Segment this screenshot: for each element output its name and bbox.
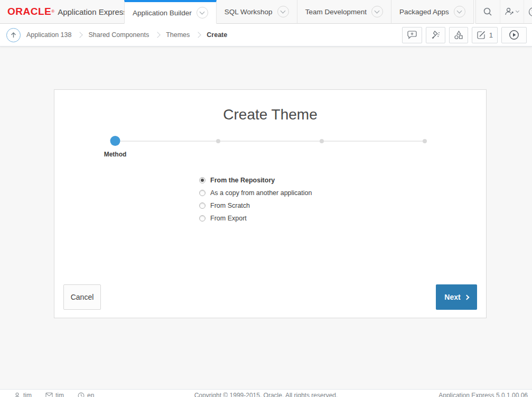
- chevron-down-icon[interactable]: [197, 7, 208, 19]
- page-footer: tim tim en Copyright © 1999-2015, Oracle…: [0, 389, 532, 397]
- help-icon: [528, 7, 532, 17]
- radio-button-icon[interactable]: [199, 190, 206, 196]
- apex-create-theme-page: { "brand": {"logo_text": "ORACLE", "regi…: [0, 0, 532, 397]
- breadcrumb-bar: Application 138 Shared Components Themes…: [0, 24, 532, 47]
- option-from-repository[interactable]: From the Repository: [199, 174, 312, 187]
- footer-user[interactable]: tim: [14, 392, 32, 397]
- breadcrumb-themes[interactable]: Themes: [166, 31, 190, 39]
- run-page-button[interactable]: [501, 27, 527, 43]
- footer-language[interactable]: en: [78, 392, 94, 397]
- next-button[interactable]: Next: [436, 284, 477, 310]
- breadcrumb-application[interactable]: Application 138: [26, 31, 71, 39]
- radio-button-icon[interactable]: [199, 202, 206, 209]
- admin-wrench-user-icon: [505, 7, 514, 16]
- breadcrumb-shared-components[interactable]: Shared Components: [88, 31, 149, 39]
- breadcrumb: Application 138 Shared Components Themes…: [26, 31, 227, 39]
- page-title: Create Theme: [54, 106, 486, 123]
- breadcrumb-separator-icon: [195, 32, 201, 38]
- footer-user-name: tim: [23, 392, 32, 397]
- edit-page-button[interactable]: 1: [472, 27, 498, 43]
- edit-pencil-icon: [477, 30, 486, 40]
- breadcrumb-create: Create: [207, 31, 227, 39]
- chevron-down-icon[interactable]: [371, 6, 383, 17]
- utilities-flashlight-button[interactable]: [426, 27, 445, 43]
- option-copy-from-application[interactable]: As a copy from another application: [199, 187, 312, 199]
- search-button[interactable]: [476, 0, 500, 23]
- help-menu-button[interactable]: [524, 0, 532, 23]
- tab-label: Team Development: [305, 8, 367, 16]
- footer-version: Application Express 5.0.1.00.06: [438, 392, 528, 397]
- create-theme-wizard-card: Create Theme Method From the Repository …: [54, 89, 487, 318]
- option-from-export[interactable]: From Export: [199, 212, 312, 225]
- registered-mark: ®: [51, 9, 54, 14]
- breadcrumb-separator-icon: [154, 32, 160, 38]
- person-icon: [14, 392, 21, 397]
- step-dot-4: [423, 139, 427, 143]
- search-icon: [483, 7, 492, 16]
- radio-button-icon[interactable]: [199, 177, 206, 183]
- cancel-button[interactable]: Cancel: [63, 284, 101, 310]
- option-label: From Scratch: [210, 202, 250, 209]
- option-label: From the Repository: [210, 177, 275, 184]
- envelope-icon: [45, 392, 53, 397]
- footer-language-code: en: [87, 392, 94, 397]
- tab-label: Packaged Apps: [399, 8, 449, 16]
- page-toolbar: 1: [402, 27, 527, 43]
- wizard-progress-train: Method: [115, 141, 425, 142]
- clock-icon: [78, 392, 85, 397]
- tab-label: SQL Workshop: [225, 8, 273, 16]
- tab-application-builder[interactable]: Application Builder: [124, 0, 217, 24]
- create-theme-method-options: From the Repository As a copy from anoth…: [199, 174, 312, 225]
- feedback-button[interactable]: [402, 27, 422, 43]
- tab-sql-workshop[interactable]: SQL Workshop: [217, 0, 297, 24]
- edit-page-number: 1: [489, 31, 493, 39]
- shared-components-button[interactable]: [449, 27, 468, 43]
- oracle-apex-logo: ORACLE ® Application Express: [0, 0, 124, 24]
- chevron-down-icon[interactable]: [277, 6, 289, 17]
- footer-workspace[interactable]: tim: [45, 392, 64, 397]
- chevron-down-icon[interactable]: [454, 6, 465, 17]
- option-from-scratch[interactable]: From Scratch: [199, 199, 312, 212]
- administration-menu-button[interactable]: [500, 0, 524, 23]
- tab-label: Application Builder: [133, 9, 192, 17]
- flashlight-icon: [431, 30, 441, 40]
- footer-workspace-name: tim: [55, 392, 64, 397]
- breadcrumb-separator-icon: [77, 32, 83, 38]
- tab-team-development[interactable]: Team Development: [297, 0, 391, 24]
- feedback-bubble-icon: [407, 30, 417, 40]
- step-dot-2: [216, 139, 220, 143]
- up-arrow-icon: [10, 32, 17, 39]
- chevron-right-icon: [464, 294, 469, 300]
- product-name: Application Express: [58, 7, 127, 16]
- top-navigation-bar: ORACLE ® Application Express Application…: [0, 0, 532, 24]
- current-step-label: Method: [104, 151, 127, 158]
- step-dot-method: [110, 136, 120, 146]
- oracle-logo-text: ORACLE: [7, 6, 51, 17]
- chevron-down-icon: [516, 9, 519, 13]
- radio-button-icon[interactable]: [199, 215, 206, 221]
- up-level-button[interactable]: [6, 28, 21, 42]
- play-icon: [509, 30, 519, 40]
- step-dot-3: [320, 139, 324, 143]
- nav-icon-buttons: [475, 0, 532, 24]
- next-button-label: Next: [444, 293, 460, 301]
- main-tabs: Application Builder SQL Workshop Team De…: [124, 0, 474, 24]
- tab-packaged-apps[interactable]: Packaged Apps: [391, 0, 474, 24]
- option-label: From Export: [210, 215, 247, 222]
- shapes-icon: [454, 30, 463, 40]
- option-label: As a copy from another application: [210, 189, 312, 197]
